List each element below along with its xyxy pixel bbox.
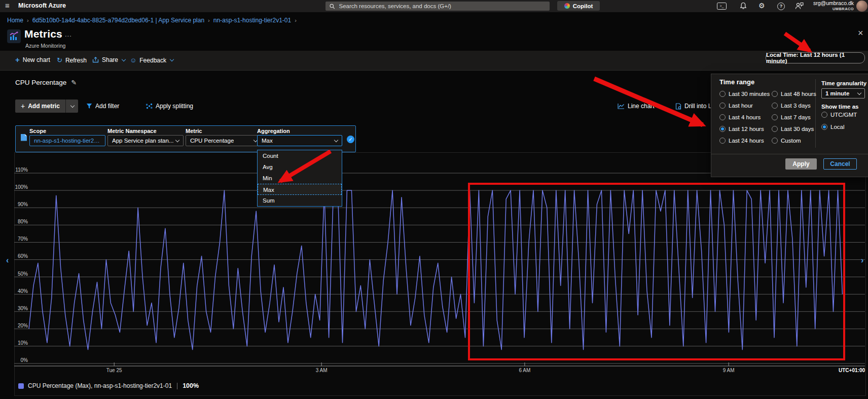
radio-icon [821,124,827,130]
svg-text:70%: 70% [18,236,28,242]
svg-text:UTC+01:00: UTC+01:00 [839,368,865,373]
breadcrumb-separator: › [208,17,210,23]
svg-text:Tue 25: Tue 25 [106,368,122,373]
radio-icon [719,103,726,109]
refresh-button[interactable]: ↻ Refresh [57,56,87,64]
copilot-button[interactable]: Copilot [557,1,600,11]
page-more-menu[interactable]: ... [65,30,72,38]
aggregation-label: Aggregation [257,128,290,134]
plus-icon: + [21,102,25,110]
time-option-last-7-days[interactable]: Last 7 days [772,114,811,120]
avatar[interactable] [856,1,867,12]
radio-icon [772,138,778,144]
azure-portal-window: ≡ Microsoft Azure Copilot >_ ⚙ ? srg@um [0,0,868,399]
top-bar: ≡ Microsoft Azure Copilot >_ ⚙ ? srg@um [0,0,868,12]
breadcrumb-app-service-plan[interactable]: 6d5b10b0-1a4d-4abc-8825-a794d2dbed06-1 |… [32,17,204,24]
splitting-icon [146,103,153,109]
add-metric-dropdown-button[interactable] [66,99,78,113]
apply-button[interactable]: Apply [785,158,817,170]
timezone-option-utc-gmt[interactable]: UTC/GMT [821,112,857,118]
feedback-button[interactable]: ☺ Feedback [130,56,173,64]
svg-text:100%: 100% [15,184,28,190]
cpu-series-line [29,190,843,350]
annotation-arrow-time-pill [785,34,810,51]
radio-icon [719,114,726,120]
time-granularity-select[interactable]: 1 minute [821,88,865,98]
close-icon[interactable]: × [858,28,863,38]
time-range-pill[interactable]: Local Time: Last 12 hours (1 minute) [766,52,865,63]
notifications-bell-icon[interactable] [740,2,747,10]
radio-icon [719,126,726,132]
time-option-last-30-days[interactable]: Last 30 days [772,126,814,132]
page-subtitle: Azure Monitoring [25,43,65,49]
page-title: Metrics [24,28,62,40]
svg-text:40%: 40% [18,288,28,294]
chart-scroll-left[interactable]: ‹ [6,256,9,265]
cloud-shell-icon[interactable]: >_ [717,3,727,10]
aggregation-option-sum[interactable]: Sum [258,195,342,206]
share-icon [92,57,99,63]
time-option-last-48-hours[interactable]: Last 48 hours [772,91,816,97]
svg-text:9 AM: 9 AM [723,368,735,373]
add-metric-button[interactable]: + Add metric [15,99,78,113]
chevron-down-icon [122,57,126,61]
radio-icon [772,114,778,120]
radio-icon [821,112,827,118]
chart-legend-item[interactable]: CPU Percentage (Max), nn-asp-s1-hosting-… [18,382,199,389]
cpu-percentage-chart[interactable]: 0%10%20%30%40%50%60%70%80%90%100%110%Tue… [14,168,867,377]
aggregation-dropdown: CountAvgMinMaxSum [257,150,342,207]
time-option-last-30-minutes[interactable]: Last 30 minutes [719,91,770,97]
breadcrumb: Home › 6d5b10b0-1a4d-4abc-8825-a794d2dbe… [7,17,297,24]
breadcrumb-home[interactable]: Home [7,17,23,24]
chart-title: CPU Percentage [15,79,66,86]
settings-gear-icon[interactable]: ⚙ [758,2,765,10]
brand-title[interactable]: Microsoft Azure [18,2,66,9]
time-option-last-12-hours[interactable]: Last 12 hours [719,126,764,132]
hamburger-menu-icon[interactable]: ≡ [5,1,10,10]
feedback-person-icon[interactable] [795,2,804,10]
apply-splitting-button[interactable]: Apply splitting [146,103,193,110]
scope-value[interactable]: nn-asp-s1-hosting-tier2v1... [29,135,105,146]
aggregation-option-count[interactable]: Count [258,150,342,161]
time-option-custom[interactable]: Custom [772,138,801,144]
copilot-label: Copilot [573,3,593,9]
edit-pencil-icon[interactable]: ✎ [71,79,77,86]
refresh-icon: ↻ [57,56,62,64]
aggregation-select[interactable]: Max [257,135,342,146]
radio-icon [772,91,778,97]
copilot-icon [564,3,570,9]
time-option-last-4-hours[interactable]: Last 4 hours [719,114,761,120]
user-org: UMBRACO [804,6,854,12]
global-search[interactable] [326,2,550,11]
chart-title-row: CPU Percentage ✎ [15,79,77,86]
radio-icon [772,103,778,109]
timezone-option-local[interactable]: Local [821,124,845,130]
metric-namespace-select[interactable]: App Service plan stan... [107,135,184,146]
svg-text:80%: 80% [18,219,28,224]
aggregation-option-max[interactable]: Max [258,184,342,195]
breadcrumb-resource[interactable]: nn-asp-s1-hosting-tier2v1-01 [213,17,291,24]
time-option-last-hour[interactable]: Last hour [719,103,753,109]
search-input[interactable] [338,3,546,10]
svg-text:90%: 90% [18,202,28,207]
chart-scroll-right[interactable]: › [861,256,863,265]
aggregation-option-avg[interactable]: Avg [258,161,342,173]
aggregation-option-min[interactable]: Min [258,173,342,184]
svg-text:50%: 50% [18,271,28,277]
radio-icon [772,126,778,132]
time-option-last-3-days[interactable]: Last 3 days [772,103,811,109]
metrics-page-icon [7,29,21,43]
add-filter-button[interactable]: Add filter [86,103,119,110]
account-info[interactable]: srg@umbraco.dk UMBRACO [804,1,854,12]
breadcrumb-separator: › [295,17,297,23]
chevron-down-icon [857,90,861,94]
share-button[interactable]: Share [92,56,125,63]
new-chart-button[interactable]: + New chart [15,56,50,63]
time-option-last-24-hours[interactable]: Last 24 hours [719,138,764,144]
legend-label: CPU Percentage (Max), nn-asp-s1-hosting-… [28,382,172,389]
cancel-button[interactable]: Cancel [823,158,857,170]
svg-text:6 AM: 6 AM [519,368,530,373]
chart-type-selector[interactable]: Line chart [618,103,662,110]
help-icon[interactable]: ? [777,3,785,10]
metric-select[interactable]: CPU Percentage [186,135,262,146]
